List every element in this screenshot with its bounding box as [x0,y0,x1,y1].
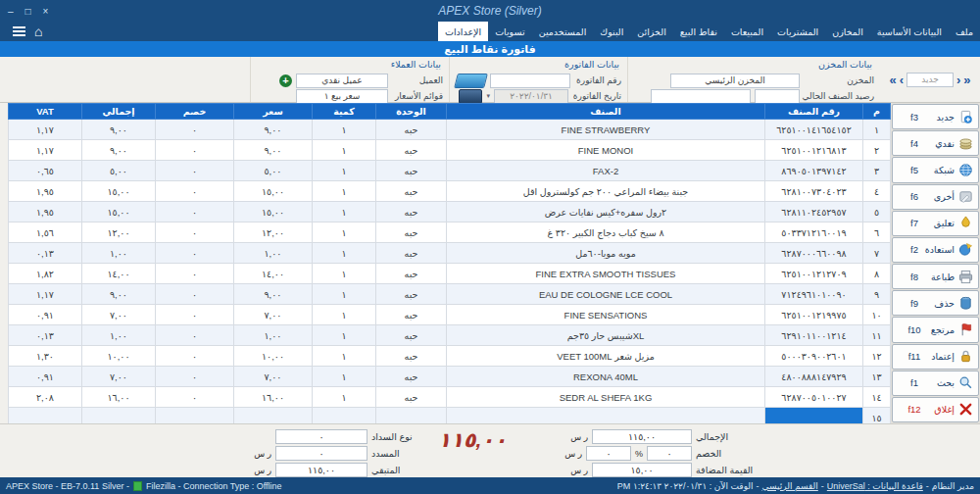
cell-item-code[interactable]: ٦٢٥١٠٠١٤١٦٥٤١٥٢ [765,120,863,140]
menu-item[interactable]: تسويات [488,22,532,41]
cell-unit[interactable]: حبه [376,243,447,264]
cell-vat[interactable]: ١,٥٦ [9,222,82,243]
last-record-button[interactable]: « [889,73,896,87]
cell-vat[interactable]: ٠,٦٥ [9,161,82,181]
maximize-button[interactable]: □ [25,6,31,17]
cell-qty[interactable]: ١ [313,181,376,202]
cell-row-number[interactable]: ١٤ [863,387,891,408]
cell-item-code[interactable]: ٦٢٨١٠٠٧٣٠٤٠٢٣ [765,181,863,202]
cell-line-total[interactable]: ٩,٠٠ [82,284,156,305]
cell-row-number[interactable]: ١٢ [863,346,891,367]
cell-vat[interactable]: ٢,٠٨ [9,387,82,408]
cell-discount[interactable]: ٠ [156,325,234,346]
cell-item-code[interactable]: ٥٠٣٣٧١٢١٦٠٠١٩ [765,222,863,243]
cell-row-number[interactable]: ٧ [863,243,891,264]
cell-item-code[interactable]: ٦٢٨٧٠٠٠٦٦٠٠٩٨ [765,243,863,264]
cell-qty[interactable]: ١ [313,305,376,325]
customer-input[interactable]: عميل نقدي [296,74,388,88]
calendar-icon[interactable] [459,89,482,104]
cell-price[interactable]: ٩,٠٠ [234,120,313,140]
sidebar-button-f1[interactable]: بحثf1 [892,370,979,396]
cell-discount[interactable]: ٠ [156,264,234,284]
cell-item-name[interactable]: جبنة بيضاء المراعي ٢٠٠ جم كولسترول اقل [447,181,765,202]
cell-line-total[interactable]: ٥,٠٠ [82,161,156,181]
sidebar-button-f9[interactable]: حذفf9 [892,290,979,316]
cell-item-code[interactable]: ٦٢٨٧٠٠٥٠١٠٠٢٧ [765,387,863,408]
cell-price[interactable]: ١,٠٠ [234,243,313,264]
cell-price[interactable]: ٩,٠٠ [234,284,313,305]
cell-row-number[interactable]: ٩ [863,284,891,305]
cell-vat[interactable]: ١,١٧ [9,284,82,305]
cell-price[interactable]: ٩,٠٠ [234,140,313,161]
cell-item-name[interactable]: XLشيبس حار ٣٥جم [447,325,765,346]
cell-discount[interactable]: ٠ [156,284,234,305]
sidebar-button-f3[interactable]: جديدf3 [892,104,979,129]
first-record-button[interactable]: » [963,73,970,87]
cell-line-total[interactable]: ١,٠٠ [82,243,156,264]
cell-discount[interactable]: ٠ [156,346,234,367]
menu-item[interactable]: المبيعات [724,22,770,41]
cell-unit[interactable]: حبه [376,367,447,387]
item-balance-input-1[interactable] [755,89,800,104]
cell-qty[interactable]: ١ [313,325,376,346]
menu-item[interactable]: نقاط البيع [673,22,724,41]
cell-price[interactable]: ٥,٠٠ [234,161,313,181]
cell-price[interactable]: ١٥,٠٠ [234,181,313,202]
minimize-button[interactable]: – [8,6,14,17]
pricelist-input[interactable]: سعر بيع ١ [296,89,388,104]
menu-item[interactable]: الإعدادات [438,22,488,41]
cell-discount[interactable]: ٠ [156,387,234,408]
cell-unit[interactable]: حبه [376,140,447,161]
cell-qty[interactable]: ١ [313,222,376,243]
sidebar-button-f11[interactable]: إعتمادf11 [892,344,979,370]
cell-unit[interactable]: حبه [376,325,447,346]
paid-input[interactable]: ٠ [275,446,368,461]
cell-line-total[interactable]: ١٢,٠٠ [82,222,156,243]
cell-vat[interactable]: ١,٣٠ [9,346,82,367]
cell-item-name[interactable]: FAX-2 [447,161,765,181]
cell-line-total[interactable]: ١,٠٠ [82,325,156,346]
cell-discount[interactable]: ٠ [156,181,234,202]
invoice-number-input[interactable] [490,74,570,88]
sidebar-button-f2[interactable]: استعادةf2 [892,237,979,263]
cell-discount[interactable]: ٠ [156,202,234,222]
cell-item-code[interactable]: ٦٢٥١٠٠١٢١٦٨١٣ [765,140,863,161]
record-state-input[interactable]: جديد [906,73,954,87]
cell-discount[interactable]: ٠ [156,243,234,264]
cell-qty[interactable]: ١ [313,161,376,181]
cell-unit[interactable]: حبه [376,202,447,222]
sidebar-button-f10[interactable]: مرتجعf10 [892,317,979,342]
cell-row-number[interactable]: ١ [863,120,891,140]
cell-line-total[interactable]: ٧,٠٠ [82,367,156,387]
cell-price[interactable]: ١٥,٠٠ [234,202,313,222]
cell-item-code[interactable]: ٧١٢٤٩٦١٠١٠٠٩٠ [765,284,863,305]
cell-line-total[interactable]: ١٤,٠٠ [82,264,156,284]
cell-unit[interactable]: حبه [376,387,447,408]
cell-item-code[interactable]: ٦٢٥١٠٠١٢١٩٩٧٥ [765,305,863,325]
remaining-value[interactable]: ١١٥,٠٠ [275,463,368,477]
sidebar-button-f12[interactable]: إغلاقf12 [892,397,979,422]
cell-discount[interactable]: ٠ [156,305,234,325]
menu-item[interactable]: المشتريات [770,22,825,41]
total-value[interactable]: ١١٥,٠٠ [592,429,692,444]
cell-row-number[interactable]: ٥ [863,202,891,222]
menu-item[interactable]: ملف [949,22,980,41]
cell-qty[interactable]: ١ [313,264,376,284]
menu-item[interactable]: البيانات الأساسية [870,22,949,41]
cell-row-number[interactable]: ١٣ [863,367,891,387]
cell-price[interactable]: ١٢,٠٠ [234,222,313,243]
menu-item[interactable]: الخزائن [630,22,672,41]
cell-price[interactable]: ١٦,٠٠ [234,387,313,408]
cell-item-name[interactable]: FINE STRAWBERRY [447,120,765,140]
menu-item[interactable]: المخازن [825,22,870,41]
cell-qty[interactable]: ١ [313,367,376,387]
date-dropdown-icon[interactable]: ▾ [486,92,490,100]
cell-unit[interactable]: حبه [376,120,447,140]
menu-item[interactable]: المستخدمين [532,22,594,41]
add-customer-icon[interactable]: + [279,74,292,87]
cell-qty[interactable]: ١ [313,120,376,140]
cell-discount[interactable]: ٠ [156,367,234,387]
cell-item-code[interactable]: ٦٢٨١١٠٢٤٥٢٩٥٧ [765,202,863,222]
sidebar-button-f5[interactable]: شبكةf5 [892,157,979,182]
cell-line-total[interactable]: ١٥,٠٠ [82,202,156,222]
